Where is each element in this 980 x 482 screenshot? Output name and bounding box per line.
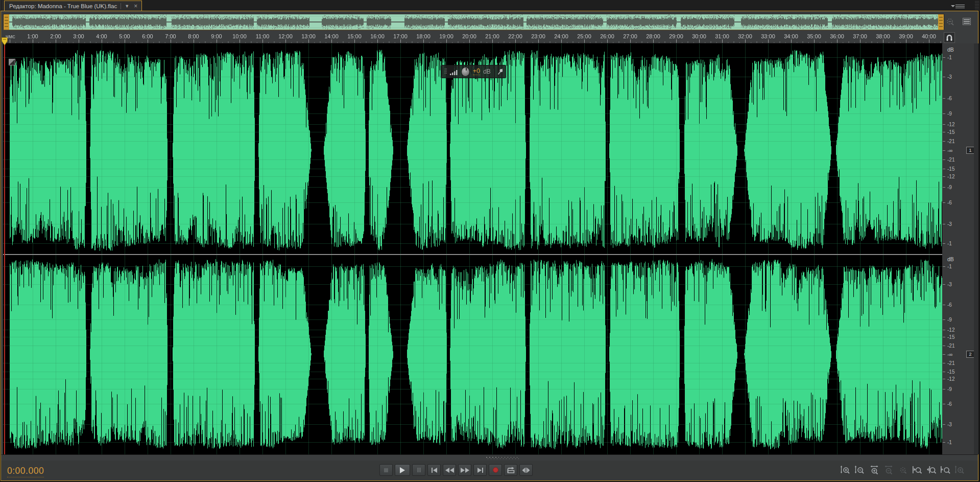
db-scale-label: -6 [947,200,952,205]
db-scale-tick [943,98,945,99]
db-scale-label: -12 [947,327,954,333]
overview-display-menu-button[interactable] [962,17,972,28]
playhead-line [4,43,5,454]
db-scale-tick [943,187,945,188]
db-scale-tick [943,224,945,224]
ruler-minute-label: 35:00 [807,33,821,39]
transport-buttons [379,464,533,476]
db-scale-label: -21 [947,139,954,144]
transport-bar: 0:00.000 [1,461,978,480]
db-scale-label: -15 [947,129,954,135]
db-scale-label: -∞ [947,352,952,357]
zoom-to-selection-button[interactable] [940,465,951,475]
zoom-in-vertical-button[interactable] [840,465,851,475]
ruler-minute-label: 10:00 [232,33,247,39]
hud-pin-icon[interactable] [497,68,503,75]
loop-playback-button[interactable] [504,464,517,476]
hud-gain-value[interactable]: +0 [473,68,480,75]
zoom-out-full-button[interactable] [897,465,908,475]
ruler-minute-label: 7:00 [165,33,176,39]
play-button[interactable] [395,464,410,476]
channel-badge[interactable]: 1 [966,147,974,154]
volume-knob[interactable] [461,67,470,77]
db-scale-tick [943,354,945,355]
zoom-to-in-point-button[interactable] [912,465,922,475]
rewind-button[interactable] [443,464,456,476]
skip-to-start-button[interactable] [427,464,441,476]
db-scale-label: -9 [947,386,952,392]
db-scale-label: -3 [947,221,952,227]
db-scale-label: -12 [947,376,954,382]
db-scale-tick [943,159,945,160]
zoom-toolbar [840,465,965,475]
skip-selection-button[interactable] [519,464,533,476]
tab-separator [121,3,121,9]
zoom-to-out-point-button[interactable] [926,465,937,475]
ruler-minute-label: 30:00 [692,33,706,39]
hud-volume-overlay[interactable]: +0 dB [441,65,506,78]
ruler-minute-label: 1:00 [27,33,38,39]
zoom-out-horizontal-button[interactable] [883,465,894,475]
playback-time-display[interactable]: 0:00.000 [7,466,44,477]
db-scale-label: -6 [947,96,952,101]
pause-button[interactable] [412,464,425,476]
db-scale-label: -3 [947,422,952,427]
volume-bars-icon [450,68,458,75]
ruler-minute-label: 20:00 [462,33,476,39]
overview-waveform-canvas[interactable] [4,14,944,30]
skip-to-end-button[interactable] [473,464,487,476]
waveform-canvas[interactable] [3,43,943,454]
db-scale-label: -3 [947,74,952,80]
channel-edit-toggle-icon[interactable] [9,59,15,65]
db-scale-label: -6 [947,401,952,407]
hud-grip-icon[interactable] [444,68,447,75]
db-scale-label: -12 [947,174,954,179]
db-scale-tick [943,404,945,404]
fast-forward-button[interactable] [458,464,471,476]
editor-tab-title: Редактор: Madonna - True Blue (UK).flac [9,3,117,9]
panel-menu-icon[interactable] [955,4,965,8]
waveform-display[interactable] [3,43,943,454]
db-scale-tick [943,124,945,125]
time-ruler[interactable]: чмс 1:002:003:004:005:006:007:008:009:00… [3,32,943,43]
record-button[interactable] [489,464,502,476]
ruler-minute-label: 4:00 [96,33,107,39]
channel-badge[interactable]: 2 [966,351,974,358]
panel-splitter[interactable] [1,454,978,461]
db-scale-tick [943,442,945,443]
splitter-handle-icon[interactable] [486,457,520,459]
ruler-minute-label: 27:00 [623,33,637,39]
zoom-in-horizontal-button[interactable] [869,465,879,475]
db-scale-label: -1 [947,264,952,269]
zoom-out-vertical-button[interactable] [854,465,865,475]
db-scale-label: -1 [947,440,952,445]
scale-side-strip [974,43,978,454]
editor-tab[interactable]: Редактор: Madonna - True Blue (UK).flac … [4,1,142,11]
amplitude-scale[interactable]: dB-1-1-3-3-6-6-9-9-12-12-15-15-21-21-∞1d… [942,43,974,454]
ruler-minute-label: 23:00 [531,33,545,39]
tab-dropdown-icon[interactable]: ▼ [125,4,129,9]
panel-grip-right-icon[interactable] [975,1,979,10]
ruler-minute-label: 25:00 [577,33,591,39]
db-scale-label: -∞ [947,148,952,153]
stop-button[interactable] [379,464,393,476]
db-scale-label: -6 [947,302,952,308]
ruler-minute-label: 33:00 [761,33,775,39]
db-scale-label: -21 [947,343,954,349]
db-scale-tick [943,330,945,330]
db-scale-label: -12 [947,122,954,127]
db-scale-label: -1 [947,55,952,60]
ruler-minute-label: 28:00 [646,33,660,39]
overview-strip[interactable] [3,14,944,30]
db-scale-header: dB [947,47,954,53]
ruler-minute-label: 16:00 [370,33,385,39]
db-scale-label: -9 [947,317,952,323]
zoom-reset-vertical-button[interactable] [954,465,965,475]
tab-close-icon[interactable]: × [133,3,138,10]
panel-grip-icon[interactable] [0,0,4,11]
db-scale-tick [943,424,945,425]
ruler-minute-label: 38:00 [876,33,890,39]
db-scale-header: dB [947,256,954,262]
snap-magnet-button[interactable] [944,32,955,43]
playhead-marker-icon[interactable] [1,37,9,46]
